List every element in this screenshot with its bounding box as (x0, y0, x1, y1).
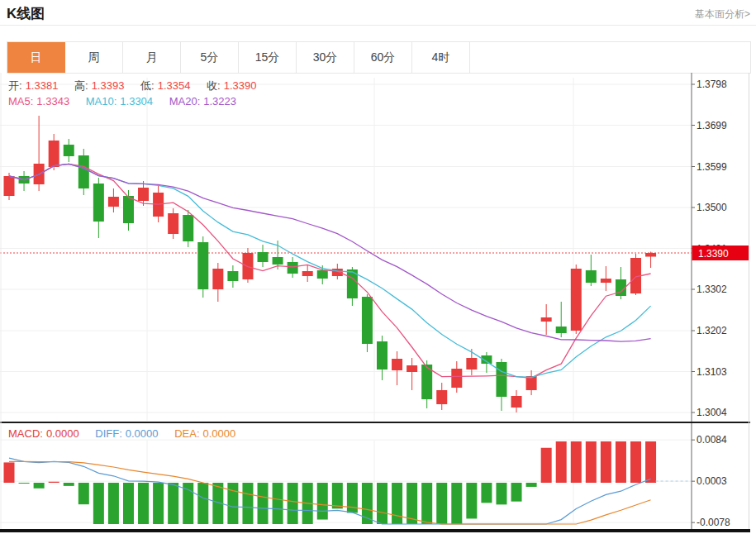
macd-bar (34, 483, 45, 489)
candle-body (197, 242, 208, 289)
macd-bar (138, 483, 149, 524)
tab-day[interactable]: 日 (7, 42, 65, 73)
candle-body (541, 317, 552, 322)
macd-bar (153, 483, 164, 524)
ma-legend: MA5:1.3343 MA10:1.3304 MA20:1.3223 (8, 95, 240, 107)
tab-5min[interactable]: 5分 (181, 42, 239, 73)
macd-bar (586, 441, 597, 483)
axis-label: 0.0084 (697, 434, 727, 446)
axis-label: 1.3302 (697, 284, 727, 295)
macd-bar (526, 483, 537, 487)
tab-15min[interactable]: 15分 (239, 42, 297, 73)
candle-body (4, 176, 15, 196)
widget-bottom-border (0, 529, 750, 532)
candle-body (258, 252, 269, 262)
ma5-value: 1.3343 (36, 95, 69, 107)
macd-bar (123, 483, 134, 524)
tab-30min[interactable]: 30分 (297, 42, 354, 73)
last-price-badge-value: 1.3390 (698, 248, 729, 260)
fundamental-analysis-link[interactable]: 基本面分析> (695, 7, 750, 21)
candle-body (49, 141, 59, 167)
macd-bar (4, 462, 15, 483)
header: K线图 基本面分析> (0, 0, 756, 26)
ma10-label: MA10: (86, 95, 117, 107)
candle-body (451, 369, 462, 388)
macd-bar (183, 483, 193, 524)
dea-label: DEA: (174, 427, 199, 440)
macd-bar (436, 483, 447, 524)
open-value: 1.3381 (26, 79, 59, 92)
macd-bar (93, 483, 104, 524)
macd-bar (168, 483, 178, 524)
candle-body (123, 196, 134, 223)
axis-label: 1.3004 (697, 407, 727, 418)
candle-body (317, 270, 328, 279)
macd-bar (481, 483, 492, 503)
axis-label: 1.3798 (697, 79, 727, 90)
macd-bar (645, 441, 656, 483)
dea-line (9, 461, 651, 524)
tab-week[interactable]: 周 (65, 42, 123, 73)
macd-bar (108, 483, 119, 524)
kline-chart-svg: 1.37981.36991.35991.35001.34011.33021.32… (0, 73, 750, 532)
axis-label: 1.3202 (697, 325, 727, 336)
axis-label: -0.0078 (697, 517, 730, 528)
macd-bar (571, 441, 582, 483)
candle-body (392, 359, 402, 370)
macd-bar (630, 441, 641, 483)
candle-body (64, 145, 74, 156)
macd-bar (49, 482, 59, 483)
candle-body (377, 341, 388, 370)
macd-bar (227, 483, 238, 524)
candle-body (571, 269, 582, 331)
macd-bar (64, 483, 74, 486)
chart-widget: 1.37981.36991.35991.35001.34011.33021.32… (0, 73, 750, 532)
ma20-line (9, 164, 651, 341)
macd-value: 0.0000 (46, 427, 79, 440)
candle-body (436, 390, 447, 404)
macd-bar (78, 483, 89, 504)
candle-body (78, 155, 89, 188)
axis-label: 1.3500 (697, 202, 727, 213)
macd-bar (541, 448, 552, 483)
tab-60min[interactable]: 60分 (354, 42, 412, 73)
axis-label: 1.3103 (697, 366, 727, 378)
ma5-line (9, 164, 651, 378)
candle-body (332, 269, 343, 276)
candle-body (168, 213, 178, 234)
candle-body (466, 358, 477, 370)
page-title: K线图 (7, 4, 45, 23)
ma10-value: 1.3304 (120, 95, 153, 107)
macd-bar (258, 483, 269, 524)
axis-label: 1.3699 (697, 120, 727, 131)
macd-legend: MACD:0.0000 DIFF:0.0000 DEA:0.0000 (8, 427, 239, 440)
candle-body (183, 215, 193, 241)
macd-bar (421, 483, 432, 524)
dea-value: 0.0000 (203, 427, 236, 440)
macd-bar (601, 441, 611, 483)
macd-bar (273, 483, 283, 524)
macd-bar (347, 483, 358, 513)
candle-body (93, 184, 104, 222)
tab-4hour[interactable]: 4时 (412, 42, 470, 73)
period-tab-bar: 日周月5分15分30分60分4时 (7, 41, 751, 74)
macd-bar (317, 483, 328, 520)
high-label: 高: (74, 79, 88, 92)
close-label: 收: (207, 79, 221, 92)
candle-body (407, 365, 417, 372)
macd-bar (288, 483, 298, 524)
open-label: 开: (8, 79, 22, 92)
tab-month[interactable]: 月 (123, 42, 181, 73)
macd-bar (332, 483, 343, 508)
ma5-label: MA5: (8, 95, 33, 107)
candle-body (302, 271, 313, 276)
ma20-label: MA20: (169, 95, 201, 107)
close-value: 1.3390 (224, 79, 257, 92)
low-label: 低: (140, 79, 155, 92)
candle-body (362, 297, 373, 344)
diff-line (9, 458, 651, 524)
macd-bar (392, 483, 402, 524)
kline-page: K线图 基本面分析> 日周月5分15分30分60分4时 1.37981.3699… (0, 0, 756, 534)
candle-body (138, 188, 149, 201)
macd-panel-separator (0, 422, 750, 423)
